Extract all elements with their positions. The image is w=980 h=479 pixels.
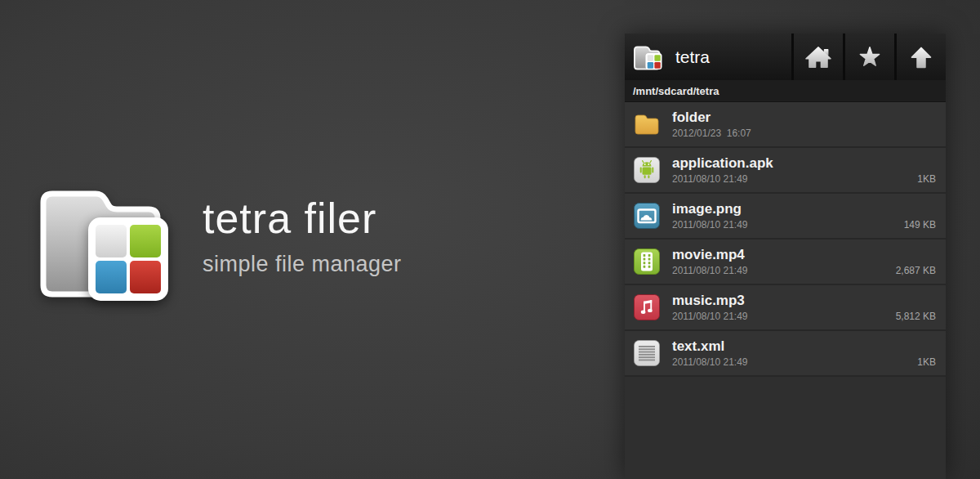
file-name: movie.mp4 — [672, 247, 936, 263]
file-size: 2,687 KB — [896, 265, 936, 276]
file-meta: 2011/08/10 21:49 149 KB — [672, 219, 936, 231]
file-meta: 2011/08/10 21:49 5,812 KB — [672, 311, 936, 322]
star-icon — [856, 44, 884, 70]
file-row[interactable]: text.xml 2011/08/10 21:49 1KB — [625, 331, 946, 377]
file-row[interactable]: movie.mp4 2011/08/10 21:49 2,687 KB — [625, 239, 946, 285]
file-date: 2011/08/10 21:49 — [672, 265, 748, 276]
file-meta: 2011/08/10 21:49 2,687 KB — [672, 265, 936, 276]
apk-icon — [632, 155, 662, 185]
header-title-area: tetra — [625, 34, 791, 80]
file-name: text.xml — [672, 338, 936, 355]
up-arrow-icon — [908, 45, 934, 69]
file-name: image.png — [672, 201, 936, 217]
folder-icon — [632, 110, 662, 139]
file-date: 2011/08/10 21:49 — [672, 173, 748, 185]
file-size: 5,812 KB — [896, 311, 936, 322]
file-date: 2011/08/10 21:49 — [672, 356, 748, 368]
image-icon — [632, 201, 662, 231]
tetra-filer-logo — [37, 178, 174, 306]
file-info: text.xml 2011/08/10 21:49 1KB — [672, 338, 936, 368]
file-info: image.png 2011/08/10 21:49 149 KB — [672, 201, 936, 231]
home-icon — [804, 45, 832, 69]
file-date: 2011/08/10 21:49 — [672, 311, 748, 322]
file-list: folder 2012/01/23 16:07 application.apk — [625, 102, 946, 479]
branding-text: tetra filer simple file manager — [203, 195, 402, 277]
panel-title: tetra — [675, 47, 710, 67]
app-logo-icon — [632, 43, 665, 72]
file-info: folder 2012/01/23 16:07 — [672, 110, 936, 139]
file-size: 149 KB — [904, 219, 936, 231]
app-subtitle: simple file manager — [203, 252, 402, 277]
file-meta: 2011/08/10 21:49 1KB — [672, 173, 936, 185]
file-date: 2012/01/23 16:07 — [672, 128, 751, 139]
file-row[interactable]: folder 2012/01/23 16:07 — [625, 102, 946, 148]
file-meta: 2012/01/23 16:07 — [672, 128, 936, 139]
app-title: tetra filer — [203, 195, 402, 242]
path-bar: /mnt/sdcard/tetra — [625, 80, 946, 102]
current-path: /mnt/sdcard/tetra — [633, 85, 719, 97]
file-size: 1KB — [917, 356, 936, 368]
file-row[interactable]: image.png 2011/08/10 21:49 149 KB — [625, 194, 946, 239]
header-button-up[interactable] — [894, 34, 946, 80]
file-info: movie.mp4 2011/08/10 21:49 2,687 KB — [672, 247, 936, 276]
text-icon — [632, 338, 662, 368]
movie-icon — [632, 247, 662, 276]
file-row[interactable]: music.mp3 2011/08/10 21:49 5,812 KB — [625, 285, 946, 331]
file-date: 2011/08/10 21:49 — [672, 219, 748, 231]
file-name: application.apk — [672, 155, 936, 172]
panel-header: tetra — [625, 34, 946, 80]
file-name: music.mp3 — [672, 293, 936, 309]
file-meta: 2011/08/10 21:49 1KB — [672, 356, 936, 368]
header-button-home[interactable] — [791, 34, 843, 80]
file-manager-panel: tetra /mnt/sdcard/tetra folder 2012/01/2… — [625, 34, 946, 479]
file-name: folder — [672, 110, 936, 126]
file-info: application.apk 2011/08/10 21:49 1KB — [672, 155, 936, 185]
file-size: 1KB — [917, 173, 936, 185]
music-icon — [632, 293, 662, 322]
file-info: music.mp3 2011/08/10 21:49 5,812 KB — [672, 293, 936, 322]
logo-tiles-icon — [87, 217, 169, 302]
header-button-favorites[interactable] — [843, 34, 894, 80]
file-row[interactable]: application.apk 2011/08/10 21:49 1KB — [625, 148, 946, 194]
banner-background: tetra filer simple file manager — [0, 0, 980, 479]
